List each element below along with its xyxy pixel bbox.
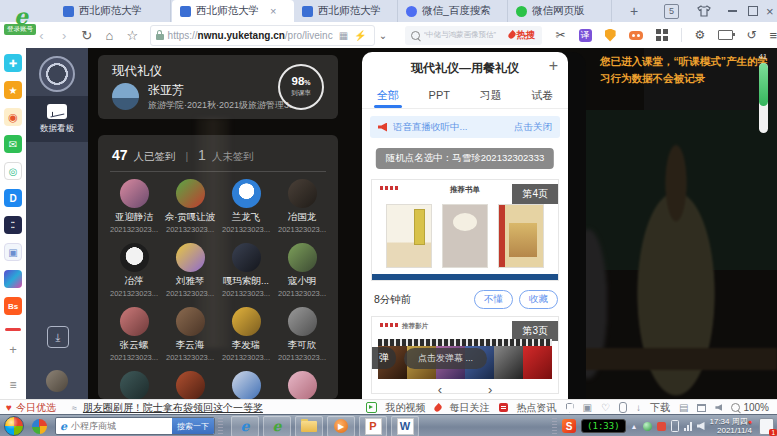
favorites-star-icon[interactable]: ★: [4, 81, 22, 99]
screenshot-icon[interactable]: ▣: [583, 402, 592, 413]
start-button[interactable]: [4, 416, 24, 436]
game-center-icon[interactable]: [629, 31, 643, 40]
url-field[interactable]: https://nwnu.yuketang.cn/pro/liveinc ▦ ⚡: [150, 25, 376, 46]
speed-bolt-icon[interactable]: ⚡: [354, 30, 366, 41]
today-picks-link[interactable]: 今日优选: [16, 401, 56, 415]
url-dropdown-icon[interactable]: ⌄: [375, 30, 390, 41]
tab-baidu-wechat[interactable]: 微信_百度搜索: [398, 0, 508, 22]
news-headline-link[interactable]: 朋友圈刷屏！院士拿布袋领回这个一等奖: [83, 401, 263, 415]
danmu-button[interactable]: 弹: [372, 347, 396, 369]
minimize-button[interactable]: [728, 0, 737, 22]
d-app-icon[interactable]: D: [4, 189, 22, 207]
mail-icon[interactable]: ✉: [4, 135, 22, 153]
360-pinwheel-icon[interactable]: [32, 419, 47, 434]
translate-icon[interactable]: 译: [579, 29, 592, 42]
list-icon[interactable]: ≡: [4, 376, 22, 394]
tab-exercise[interactable]: 习题: [465, 84, 517, 108]
green-tray-icon[interactable]: [643, 422, 652, 431]
sogou-input-icon[interactable]: S: [562, 419, 576, 433]
sidebar-item-dashboard[interactable]: 数据看板: [26, 96, 88, 142]
game-icon[interactable]: ✚: [4, 54, 22, 72]
add-icon[interactable]: +: [549, 57, 558, 75]
user-avatar[interactable]: [46, 370, 68, 392]
red-tray-icon[interactable]: [657, 422, 666, 431]
theme-skin-button[interactable]: [697, 0, 711, 22]
taskbar-search-button[interactable]: 搜索一下: [172, 418, 214, 434]
settings-gear-icon[interactable]: ⚙: [695, 28, 706, 42]
tab-title: 微信网页版: [532, 4, 585, 18]
tray-expand-icon[interactable]: ▲: [631, 423, 638, 430]
forward-icon[interactable]: ›: [53, 28, 76, 43]
tab-nwnu-3[interactable]: 西北师范大学: [294, 0, 398, 22]
daily-follow-link[interactable]: 每日关注: [450, 401, 490, 415]
screenshot-scissors-icon[interactable]: ✂: [556, 28, 566, 42]
bookmark-star-icon[interactable]: ☆: [121, 28, 144, 43]
tab-list-button[interactable]: 5: [664, 0, 679, 22]
taskbar-clock[interactable]: 17:34 周四● 2021/11/4: [710, 417, 753, 435]
360-browser-icon[interactable]: e: [263, 416, 291, 436]
taskbar-search[interactable]: e 小程序商城 搜索一下: [55, 417, 215, 435]
tab-nwnu-1[interactable]: 西北师范大学: [55, 0, 171, 22]
apps-grid-icon[interactable]: [656, 29, 668, 41]
cross-glyph: ✚: [9, 58, 17, 69]
window-split-icon[interactable]: [697, 404, 706, 412]
galaxy-game-icon[interactable]: [4, 270, 22, 288]
heart-outline-icon[interactable]: ♡: [601, 402, 610, 413]
tab-all[interactable]: 全部: [362, 84, 414, 108]
shop-app-icon[interactable]: Bs: [4, 297, 22, 315]
tab-wechat-web[interactable]: 微信网页版: [508, 0, 612, 22]
tab-nwnu-2-active[interactable]: 西北师范大学 ×: [172, 0, 294, 22]
login-account-badge[interactable]: e 登录账号: [4, 6, 44, 35]
slide-card-1[interactable]: 推荐书单 第4页: [371, 179, 559, 281]
close-window-button[interactable]: ×: [766, 0, 774, 22]
notes-app-icon[interactable]: ▪▪▪▪: [4, 216, 22, 234]
phone-tray-icon[interactable]: [671, 420, 679, 432]
tab-close-icon[interactable]: ×: [270, 5, 276, 17]
tab-exam[interactable]: 试卷: [517, 84, 569, 108]
volume-slider[interactable]: 41: [753, 52, 773, 133]
notification-icon[interactable]: 1: [759, 418, 774, 435]
restore-button[interactable]: [748, 0, 758, 22]
search-box[interactable]: “中储与鸿蒙画像预估” 热搜: [405, 26, 542, 45]
shield-icon[interactable]: [566, 403, 574, 413]
add-icon[interactable]: +: [4, 340, 22, 358]
tab-ppt[interactable]: PPT: [414, 84, 466, 108]
danmu-input[interactable]: 点击发弹幕 ...: [404, 348, 487, 369]
powerpoint-icon[interactable]: P: [359, 416, 387, 436]
record-icon[interactable]: ◎: [4, 162, 22, 180]
reader-grid-icon[interactable]: ▦: [339, 30, 348, 41]
favorite-button[interactable]: 收藏: [519, 290, 558, 309]
menu-icon[interactable]: ≡: [769, 28, 777, 43]
not-understand-button[interactable]: 不懂: [474, 290, 513, 309]
download-icon[interactable]: ⤓: [47, 326, 69, 348]
hot-search-button[interactable]: 热搜: [509, 29, 536, 42]
ie-taskbar-icon[interactable]: e: [231, 416, 259, 436]
hot-news-link[interactable]: 热点资讯: [517, 401, 557, 415]
document-icon[interactable]: ▣: [4, 243, 22, 261]
download-arrow-icon[interactable]: ↓: [636, 402, 641, 413]
volume-tray-icon[interactable]: [697, 422, 705, 430]
mouse-gesture-icon[interactable]: [619, 402, 627, 413]
voice-close-button[interactable]: 点击关闭: [514, 121, 552, 134]
printer-icon[interactable]: ▤: [679, 402, 688, 413]
new-tab-button[interactable]: +: [630, 0, 638, 22]
prev-slide-icon[interactable]: ‹: [438, 382, 442, 397]
explorer-folder-icon[interactable]: [295, 416, 323, 436]
speaker-icon[interactable]: [715, 404, 722, 411]
timer-lcd[interactable]: (1:33): [581, 419, 626, 433]
network-signal-icon[interactable]: [684, 422, 692, 431]
battery-saver-icon[interactable]: [718, 30, 733, 40]
phone-tabs: 全部 PPT 习题 试卷: [362, 84, 568, 109]
history-undo-icon[interactable]: ↺: [746, 28, 756, 42]
my-videos-link[interactable]: 我的视频: [386, 401, 426, 415]
refresh-icon[interactable]: ↻: [75, 28, 98, 43]
home-icon[interactable]: ⌂: [98, 28, 121, 43]
ie-glyph: e: [241, 419, 250, 433]
media-player-icon[interactable]: ▶: [327, 416, 355, 436]
weibo-icon[interactable]: ◉: [4, 108, 22, 126]
security-shield-icon[interactable]: [605, 29, 616, 42]
word-icon[interactable]: W: [391, 416, 419, 436]
download-label[interactable]: 下载: [650, 401, 670, 415]
zoom-control[interactable]: 100%: [731, 402, 769, 413]
next-slide-icon[interactable]: ›: [488, 382, 492, 397]
